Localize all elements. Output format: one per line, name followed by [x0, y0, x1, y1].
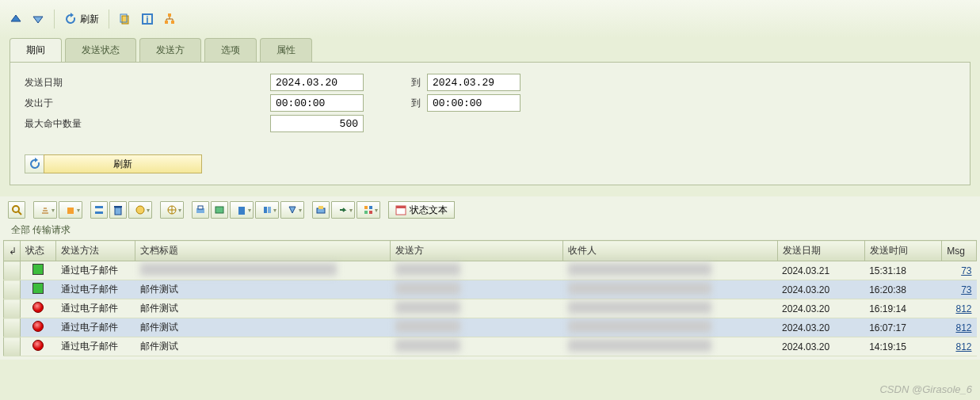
layout-change-icon[interactable] [255, 201, 279, 219]
tab-attributes[interactable]: 属性 [260, 38, 312, 62]
filter-panel: 发送日期 到 发出于 到 最大命中数量 刷新 [10, 62, 970, 185]
tab-period[interactable]: 期间 [10, 38, 62, 62]
table-row[interactable]: 通过电子邮件邮件测试2024.03.2014:19:15812 [4, 337, 977, 356]
cell-title [135, 261, 391, 280]
cell-msg: 812 [942, 299, 977, 318]
svg-rect-8 [171, 21, 174, 24]
print-icon[interactable] [192, 201, 209, 219]
col-recipient[interactable]: 收件人 [563, 241, 777, 261]
table-row[interactable]: 通过电子邮件2024.03.2115:31:1873 [4, 261, 977, 280]
refresh-button[interactable]: 刷新 [61, 11, 102, 28]
blurred-content [568, 263, 711, 276]
breadcrumb: 全部 传输请求 [0, 220, 980, 240]
row-selector[interactable] [4, 318, 21, 337]
tab-label: 发送方 [156, 44, 185, 55]
cell-sender [391, 299, 563, 318]
view-icon[interactable] [211, 201, 228, 219]
find-icon[interactable] [312, 201, 330, 219]
svg-rect-13 [95, 211, 103, 214]
panel-divider [0, 190, 980, 196]
cell-recipient [563, 337, 777, 356]
copy-icon[interactable] [116, 11, 135, 27]
tab-sender[interactable]: 发送方 [139, 38, 201, 62]
col-date[interactable]: 发送日期 [777, 241, 864, 261]
table-header-row: ↲ 状态 发送方法 文档标题 发送方 收件人 发送日期 发送时间 Msg [4, 241, 977, 261]
collapse-up-icon[interactable] [6, 12, 25, 26]
blurred-content [395, 282, 460, 295]
cell-msg: 73 [942, 261, 977, 280]
subtotal-icon[interactable] [160, 201, 184, 219]
date-from-input[interactable] [270, 74, 364, 91]
expand-down-icon[interactable] [29, 12, 48, 26]
tab-send-status[interactable]: 发送状态 [65, 38, 136, 62]
sort-desc-icon[interactable] [59, 201, 82, 219]
table-row[interactable]: 通过电子邮件邮件测试2024.03.2016:07:17812 [4, 318, 977, 337]
col-msg[interactable]: Msg [942, 241, 977, 261]
table-row[interactable]: 通过电子邮件邮件测试2024.03.2016:20:3873 [4, 280, 977, 299]
tab-label: 发送状态 [82, 44, 120, 55]
delete-filter-icon[interactable] [109, 201, 127, 219]
row-selector[interactable] [4, 337, 21, 356]
cell-recipient [563, 299, 777, 318]
col-method[interactable]: 发送方法 [56, 241, 135, 261]
cell-time: 14:19:15 [864, 337, 942, 356]
row-selector-header[interactable]: ↲ [4, 241, 21, 261]
status-text-button[interactable]: 状态文本 [388, 201, 455, 219]
msg-link[interactable]: 812 [947, 341, 972, 352]
cell-sender [391, 280, 563, 299]
hierarchy-icon[interactable] [160, 11, 179, 27]
col-title[interactable]: 文档标题 [135, 241, 391, 261]
msg-link[interactable]: 812 [947, 322, 972, 333]
separator [54, 10, 55, 29]
tab-label: 选项 [221, 44, 240, 55]
row-selector[interactable] [4, 261, 21, 280]
row-selector[interactable] [4, 299, 21, 318]
tab-options[interactable]: 选项 [204, 38, 257, 62]
msg-link[interactable]: 73 [947, 284, 972, 295]
msg-link[interactable]: 812 [947, 303, 972, 314]
refresh-icon-button[interactable] [25, 154, 44, 173]
cell-method: 通过电子邮件 [56, 299, 135, 318]
find-next-icon[interactable] [331, 201, 355, 219]
layout-select-icon[interactable] [280, 201, 304, 219]
col-status[interactable]: 状态 [20, 241, 56, 261]
cell-title: 邮件测试 [135, 318, 391, 337]
blurred-content [395, 339, 460, 352]
details-icon[interactable] [8, 201, 25, 219]
msg-link[interactable]: 73 [947, 265, 972, 276]
refresh-icon [64, 13, 77, 25]
grid-toolbar: 状态文本 [0, 196, 980, 220]
svg-marker-0 [11, 15, 21, 21]
blurred-content [395, 301, 460, 314]
to-label: 到 [364, 97, 427, 110]
info-icon[interactable]: i [138, 11, 157, 27]
button-label: 状态文本 [410, 204, 448, 217]
time-from-input[interactable] [270, 94, 364, 112]
col-sender[interactable]: 发送方 [391, 241, 563, 261]
row-selector[interactable] [4, 280, 21, 299]
max-hits-input[interactable] [270, 115, 364, 132]
svg-rect-26 [318, 206, 323, 209]
filter-set-icon[interactable] [90, 201, 108, 219]
refresh-big-button[interactable]: 刷新 [44, 154, 202, 173]
date-to-input[interactable] [427, 74, 521, 91]
separator [109, 10, 109, 29]
svg-point-16 [136, 206, 144, 214]
cell-msg: 812 [942, 318, 977, 337]
svg-rect-12 [95, 206, 103, 208]
svg-marker-24 [289, 207, 296, 213]
max-hits-label: 最大命中数量 [25, 117, 270, 131]
total-icon[interactable] [128, 201, 152, 219]
sort-asc-icon[interactable] [33, 201, 57, 219]
col-time[interactable]: 发送时间 [864, 241, 942, 261]
cell-recipient [563, 318, 777, 337]
table-row[interactable]: 通过电子邮件邮件测试2024.03.2016:19:14812 [4, 299, 977, 318]
export-icon[interactable] [230, 201, 254, 219]
svg-text:i: i [146, 14, 148, 25]
svg-rect-19 [198, 206, 203, 209]
svg-rect-28 [369, 206, 372, 209]
cell-time: 15:31:18 [864, 261, 942, 280]
time-to-input[interactable] [427, 94, 521, 112]
blurred-content [568, 339, 711, 352]
abc-icon[interactable] [357, 201, 380, 219]
